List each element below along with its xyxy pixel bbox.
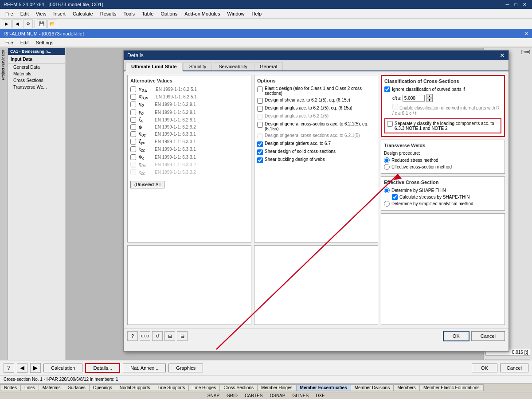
toolbar-btn-1[interactable]: ▶ [2, 20, 12, 28]
close-button[interactable]: ✕ [521, 2, 528, 8]
tab-serviceability[interactable]: Serviceability [213, 62, 253, 70]
opt-check-shear[interactable] [257, 98, 263, 104]
tab-stability[interactable]: Stability [184, 62, 212, 70]
toolbar-btn-3[interactable]: ⚙ [23, 20, 33, 28]
opt-check-shear-solid[interactable] [257, 149, 263, 155]
snap-glines[interactable]: GLINES [290, 393, 310, 398]
tab-lines[interactable]: Lines [20, 384, 39, 391]
alt-check-psic[interactable] [130, 154, 136, 160]
menu-view[interactable]: View [32, 10, 50, 17]
sidebar-item-materials[interactable]: Materials [8, 70, 65, 77]
bottom-help-button[interactable]: ? [4, 363, 14, 373]
inner-reset-button[interactable]: ↺ [152, 331, 163, 341]
tab-cross-sections[interactable]: Cross-Sections [219, 384, 257, 391]
tab-members[interactable]: Members [393, 384, 419, 391]
tab-member-hinges[interactable]: Member Hinges [257, 384, 296, 391]
menu-options[interactable]: Options [157, 10, 181, 17]
separately-check[interactable] [387, 121, 393, 127]
alt-check-xizc2[interactable] [130, 169, 136, 175]
toolbar-btn-5[interactable]: 📂 [47, 20, 57, 28]
opt-check-angles-a[interactable] [257, 106, 263, 112]
menu-help[interactable]: Help [248, 10, 266, 17]
rf-menu-edit[interactable]: Edit [17, 39, 32, 46]
sidebar-item-general[interactable]: General Data [8, 64, 65, 70]
menu-table[interactable]: Table [138, 10, 157, 17]
graphics-button[interactable]: Graphics [168, 364, 203, 372]
snap-dxf[interactable]: DXF [314, 393, 326, 398]
alt-check-a3w[interactable] [130, 94, 136, 100]
tw-reduced-radio[interactable] [384, 157, 390, 163]
opt-check-general-b[interactable] [257, 133, 263, 139]
nat-annex-button[interactable]: Nat. Annex... [123, 364, 166, 372]
sidebar-item-transverse[interactable]: Transverse We... [8, 84, 65, 90]
ok-button[interactable]: OK [472, 364, 497, 372]
tab-nodal-supports[interactable]: Nodal Supports [116, 384, 154, 391]
tab-member-eccentricities[interactable]: Member Eccentricities [296, 384, 351, 391]
menu-file[interactable]: File [2, 10, 17, 17]
toolbar-btn-2[interactable]: ◀ [12, 20, 22, 28]
cft-up-button[interactable]: ▲ [426, 94, 433, 98]
opt-check-general-a[interactable] [257, 122, 263, 128]
tab-line-hinges[interactable]: Line Hinges [188, 384, 219, 391]
alt-check-eta0c2[interactable] [130, 162, 136, 168]
opt-check-angles-b[interactable] [257, 114, 263, 120]
snap-cartes[interactable]: CARTES [243, 393, 264, 398]
menu-results[interactable]: Results [97, 10, 120, 17]
dialog-close-button[interactable]: ✕ [500, 52, 505, 59]
alt-check-xi0[interactable] [130, 117, 136, 123]
toolbar-btn-4[interactable]: 💾 [37, 20, 47, 28]
tab-materials[interactable]: Materials [39, 384, 64, 391]
inner-collapse-button[interactable]: ⊟ [177, 331, 188, 341]
snap-grid[interactable]: GRID [225, 393, 239, 398]
opt-check-elastic[interactable] [257, 86, 263, 92]
curved-internal-check[interactable] [392, 104, 398, 110]
cancel-button[interactable]: Cancel [500, 364, 528, 372]
cft-input[interactable] [403, 95, 425, 102]
dialog-ok-button[interactable]: OK [443, 331, 469, 341]
menu-calculate[interactable]: Calculate [69, 10, 97, 17]
snap-snap[interactable]: SNAP [206, 393, 221, 398]
tab-surfaces[interactable]: Surfaces [64, 384, 89, 391]
project-navigator-label[interactable]: Project Navigator [0, 48, 8, 82]
snap-osnap[interactable]: OSNAP [268, 393, 287, 398]
minimize-button[interactable]: ─ [504, 2, 511, 8]
opt-check-plate-girders[interactable] [257, 141, 263, 147]
alt-check-a3u[interactable] [130, 86, 136, 92]
menu-edit[interactable]: Edit [17, 10, 32, 17]
alt-check-psi[interactable] [130, 124, 136, 130]
alt-check-xizc[interactable] [130, 146, 136, 152]
bottom-nav-next-button[interactable]: ▶ [30, 363, 41, 373]
alt-check-gamma0[interactable] [130, 110, 136, 115]
maximize-button[interactable]: □ [512, 2, 519, 8]
menu-addon[interactable]: Add-on Modules [181, 10, 223, 17]
ecs-analytical-radio[interactable] [384, 201, 390, 207]
sidebar-item-crosssections[interactable]: Cross-Sections [8, 77, 65, 84]
alt-check-eta0c[interactable] [130, 131, 136, 137]
tw-effective-radio[interactable] [384, 164, 390, 170]
details-button[interactable]: Details... [85, 363, 120, 373]
opt-check-shear-buckling[interactable] [257, 157, 263, 163]
ecs-calc-stress-check[interactable] [392, 194, 398, 200]
tab-member-elastic-foundations[interactable]: Member Elastic Foundations [419, 384, 484, 391]
inner-decimal-button[interactable]: 0.00 [140, 331, 150, 341]
cft-down-button[interactable]: ▼ [426, 98, 433, 102]
menu-insert[interactable]: Insert [50, 10, 69, 17]
tab-member-divisions[interactable]: Member Divisions [351, 384, 393, 391]
inner-help-button[interactable]: ? [127, 331, 138, 341]
ignore-curved-check[interactable] [384, 86, 390, 92]
dialog-cancel-button[interactable]: Cancel [471, 331, 505, 341]
rf-menu-settings[interactable]: Settings [32, 39, 57, 46]
window-controls[interactable]: ─ □ ✕ [504, 2, 528, 8]
tab-nodes[interactable]: Nodes [0, 384, 20, 391]
unselect-all-button[interactable]: (Un)select All [130, 181, 164, 188]
alt-check-xiyc[interactable] [130, 139, 136, 145]
tab-openings[interactable]: Openings [89, 384, 116, 391]
inner-expand-button[interactable]: ⊞ [164, 331, 175, 341]
calculation-button[interactable]: Calculation [43, 364, 82, 372]
rf-menu-file[interactable]: File [2, 39, 17, 46]
tab-line-supports[interactable]: Line Supports [154, 384, 189, 391]
rf-close-button[interactable]: ✕ [524, 31, 528, 37]
menu-window[interactable]: Window [223, 10, 248, 17]
tab-ultimate-limit-state[interactable]: Ultimate Limit State [125, 62, 183, 71]
bottom-nav-button[interactable]: ◀ [17, 363, 27, 373]
